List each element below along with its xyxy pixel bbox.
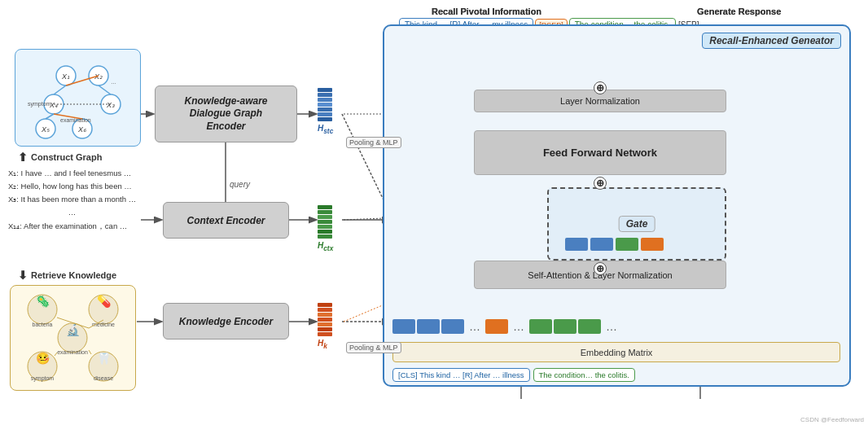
knowledge-encoder-box: Knowledge Encoder bbox=[163, 303, 289, 340]
svg-text:X₅: X₅ bbox=[40, 125, 49, 134]
plus-circle-3: ⊕ bbox=[594, 81, 607, 94]
dialogue-list: X₁: I have … and I feel tenesmus … X₂: H… bbox=[8, 167, 136, 233]
knowledge-box: 🦠 bacteria 💊 medicine 🔬 examination 🤒 sy… bbox=[10, 285, 136, 391]
knowledge-svg: 🦠 bacteria 💊 medicine 🔬 examination 🤒 sy… bbox=[14, 289, 132, 387]
svg-text:X₆: X₆ bbox=[77, 125, 85, 134]
svg-line-43 bbox=[54, 85, 66, 94]
construct-graph-label: ⬆ Construct Graph bbox=[18, 151, 102, 164]
svg-text:💊: 💊 bbox=[97, 295, 112, 309]
svg-text:🤒: 🤒 bbox=[36, 352, 50, 366]
dialogue-item-0: X₁: I have … and I feel tenesmus … bbox=[8, 167, 136, 180]
dialogue-encoder-box: Knowledge-awareDialogue GraphEncoder bbox=[155, 85, 297, 142]
retrieve-knowledge-label: ⬇ Retrieve Knowledge bbox=[18, 269, 116, 282]
dialogue-item-3: … bbox=[8, 206, 136, 219]
svg-line-44 bbox=[46, 114, 54, 119]
pooling-mlp-1: Pooling & MLP bbox=[346, 137, 401, 148]
gate-region: Gate bbox=[547, 187, 726, 261]
ffn-box: Feed Forward Network bbox=[474, 130, 726, 175]
svg-text:…: … bbox=[111, 79, 116, 85]
embed-row-inner: … … … bbox=[392, 318, 840, 335]
bottom-inputs: [CLS] This kind … [R] After … illness Th… bbox=[392, 368, 635, 382]
dialogue-encoder-label: Knowledge-awareDialogue GraphEncoder bbox=[184, 95, 267, 134]
recall-panel-title: Recall-Enhanced Geneator bbox=[702, 33, 841, 49]
graph-svg: X₁ X₂ X₃ X₄ X₅ X₆ symptom examination … bbox=[21, 55, 135, 141]
pooling-mlp-2: Pooling & MLP bbox=[346, 342, 401, 353]
plus-circle-1: ⊕ bbox=[594, 262, 607, 275]
h-stc-label: Hstc bbox=[318, 124, 333, 135]
dialogue-item-4: X₁₄: After the examination，can … bbox=[8, 220, 136, 233]
svg-text:disease: disease bbox=[94, 375, 113, 381]
diagram-container: query bbox=[0, 0, 868, 425]
bottom-box1: [CLS] This kind … [R] After … illness bbox=[392, 368, 530, 382]
h-k-label: Hk bbox=[318, 339, 332, 350]
h-ctx-vector: Hctx bbox=[318, 205, 333, 252]
svg-text:examination: examination bbox=[60, 117, 91, 123]
h-k-vector: Hk bbox=[318, 303, 332, 350]
svg-text:symptom: symptom bbox=[28, 101, 51, 107]
bottom-box2: The condition… the colitis. bbox=[533, 368, 635, 382]
svg-text:🦠: 🦠 bbox=[36, 295, 50, 309]
watermark: CSDN @Feedforward bbox=[800, 416, 864, 423]
svg-line-46 bbox=[99, 85, 111, 94]
svg-text:X₃: X₃ bbox=[105, 101, 114, 109]
svg-text:bacteria: bacteria bbox=[33, 322, 53, 327]
context-encoder-box: Context Encoder bbox=[163, 202, 289, 239]
recall-panel: Recall-Enhanced Geneator Layer Normaliza… bbox=[383, 24, 851, 387]
dialogue-item-1: X₂: Hello, how long has this been … bbox=[8, 180, 136, 193]
svg-line-69 bbox=[89, 350, 91, 354]
h-ctx-label: Hctx bbox=[318, 241, 333, 252]
svg-text:query: query bbox=[230, 180, 251, 189]
svg-text:symptom: symptom bbox=[31, 375, 55, 382]
embedding-matrix-box: Embedding Matrix bbox=[392, 342, 840, 362]
generate-section-label: Generate Response bbox=[697, 7, 781, 16]
dialogue-item-2: X₃: It has been more than a month … bbox=[8, 193, 136, 206]
svg-text:X₁: X₁ bbox=[60, 72, 69, 81]
svg-text:🦷: 🦷 bbox=[97, 352, 112, 366]
svg-text:🔬: 🔬 bbox=[66, 323, 81, 337]
recall-section-label: Recall Pivotal Information bbox=[432, 7, 541, 16]
h-stc-vector: Hstc bbox=[318, 88, 333, 135]
gate-label: Gate bbox=[619, 216, 655, 232]
gate-embed-blocks bbox=[565, 238, 664, 251]
graph-box: X₁ X₂ X₃ X₄ X₅ X₆ symptom examination … bbox=[15, 49, 141, 147]
svg-text:examination: examination bbox=[57, 349, 88, 355]
plus-circle-2: ⊕ bbox=[594, 177, 607, 190]
